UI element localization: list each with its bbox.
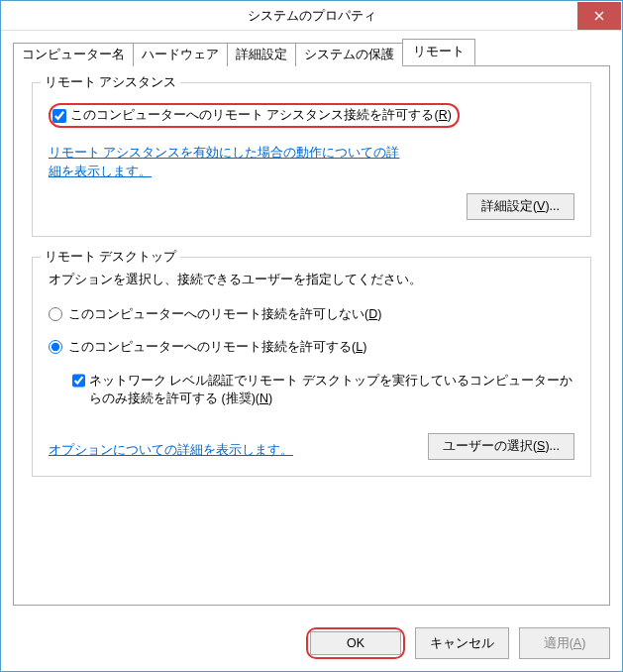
tab-remote[interactable]: リモート	[402, 39, 475, 65]
group-remote-assistance: リモート アシスタンス このコンピューターへのリモート アシスタンス接続を許可す…	[32, 82, 591, 237]
tab-strip: コンピューター名 ハードウェア 詳細設定 システムの保護 リモート	[13, 43, 610, 66]
close-button[interactable]	[577, 2, 621, 30]
link-rd-options[interactable]: オプションについての詳細を表示します。	[49, 441, 293, 460]
radio-rd-allow[interactable]: このコンピューターへのリモート接続を許可する(L)	[49, 339, 574, 356]
client-area: コンピューター名 ハードウェア 詳細設定 システムの保護 リモート リモート ア…	[1, 31, 622, 617]
group-label-remote-assistance: リモート アシスタンス	[41, 74, 180, 91]
apply-button[interactable]: 適用(A)	[519, 627, 610, 659]
titlebar: システムのプロパティ	[1, 1, 622, 31]
link-ra-help[interactable]: リモート アシスタンスを有効にした場合の動作についての詳細を表示します。	[49, 144, 405, 181]
tab-system-protection[interactable]: システムの保護	[295, 43, 403, 66]
checkbox-nla-input[interactable]	[72, 374, 85, 388]
nla-nested: ネットワーク レベル認証でリモート デスクトップを実行しているコンピューターから…	[72, 372, 574, 407]
button-ra-advanced[interactable]: 詳細設定(V)...	[467, 193, 574, 220]
dialog-footer: OK キャンセル 適用(A)	[1, 617, 622, 671]
tab-page-remote: リモート アシスタンス このコンピューターへのリモート アシスタンス接続を許可す…	[13, 66, 610, 606]
close-icon	[594, 11, 604, 21]
checkbox-allow-ra-input[interactable]	[52, 109, 66, 123]
window-title: システムのプロパティ	[1, 7, 622, 25]
window: システムのプロパティ コンピューター名 ハードウェア 詳細設定 システムの保護 …	[0, 0, 623, 672]
rd-description: オプションを選択し、接続できるユーザーを指定してください。	[49, 272, 574, 288]
highlight-ok: OK	[306, 627, 405, 659]
rd-bottom-row: オプションについての詳細を表示します。 ユーザーの選択(S)...	[49, 433, 574, 460]
radio-rd-disallow-label: このコンピューターへのリモート接続を許可しない(D)	[68, 306, 381, 323]
checkbox-nla[interactable]: ネットワーク レベル認証でリモート デスクトップを実行しているコンピューターから…	[72, 372, 574, 407]
checkbox-nla-label: ネットワーク レベル認証でリモート デスクトップを実行しているコンピューターから…	[89, 372, 574, 407]
checkbox-allow-ra-label: このコンピューターへのリモート アシスタンス接続を許可する(R)	[70, 107, 452, 124]
radio-rd-disallow[interactable]: このコンピューターへのリモート接続を許可しない(D)	[49, 306, 574, 323]
checkbox-allow-ra[interactable]: このコンピューターへのリモート アシスタンス接続を許可する(R)	[52, 107, 452, 124]
ok-button[interactable]: OK	[310, 631, 401, 655]
tab-advanced[interactable]: 詳細設定	[227, 43, 296, 66]
group-remote-desktop: リモート デスクトップ オプションを選択し、接続できるユーザーを指定してください…	[32, 257, 591, 477]
radio-rd-allow-label: このコンピューターへのリモート接続を許可する(L)	[68, 339, 366, 356]
button-select-users[interactable]: ユーザーの選択(S)...	[428, 433, 574, 460]
tab-computer-name[interactable]: コンピューター名	[13, 43, 134, 66]
highlight-allow-ra: このコンピューターへのリモート アシスタンス接続を許可する(R)	[49, 103, 460, 128]
group-label-remote-desktop: リモート デスクトップ	[41, 249, 180, 266]
cancel-button[interactable]: キャンセル	[415, 627, 509, 659]
radio-rd-disallow-input[interactable]	[49, 307, 62, 321]
radio-rd-allow-input[interactable]	[49, 340, 62, 354]
tab-hardware[interactable]: ハードウェア	[133, 43, 228, 66]
